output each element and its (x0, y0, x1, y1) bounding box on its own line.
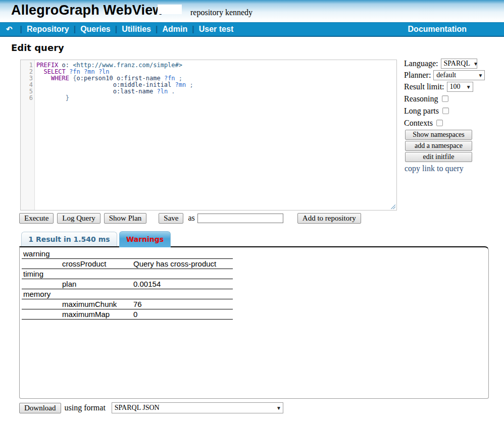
code-token-var: ?mn (175, 81, 186, 88)
tab-results[interactable]: 1 Result in 1.540 ms (21, 232, 117, 246)
nav-separator: | (74, 25, 76, 34)
nav-item-repository[interactable]: Repository (27, 25, 69, 34)
result-limit-select[interactable]: 100 ▼ (447, 82, 473, 92)
code-token-plain (113, 75, 117, 82)
code-token-var: ?fn (164, 75, 175, 82)
line-number-gutter: 123456 (21, 60, 35, 210)
code-token-plain (36, 68, 43, 75)
result-row: maximumChunk76 (22, 299, 233, 309)
tab-warnings[interactable]: Warnings (119, 231, 171, 247)
show-namespaces-button[interactable]: Show namespaces (405, 130, 472, 140)
nav-item-user-test[interactable]: User test (199, 25, 233, 34)
results-tabs: 1 Result in 1.540 ms Warnings (21, 231, 171, 246)
code-token-var: ?ln (98, 68, 110, 75)
chevron-down-icon: ▼ (478, 73, 483, 78)
execute-button[interactable]: Execute (19, 213, 54, 224)
code-token-plain (66, 68, 69, 75)
language-label: Language: (404, 59, 438, 68)
copy-link-to-query-link[interactable]: copy link to query (405, 164, 503, 173)
long-parts-label: Long parts (404, 107, 439, 116)
result-value: Query has cross-product (133, 259, 216, 268)
contexts-checkbox[interactable] (436, 120, 443, 126)
result-section-label: memory (23, 290, 51, 298)
planner-label: Planner: (404, 71, 431, 80)
chevron-down-icon: ▼ (466, 84, 471, 90)
query-options-panel: Language: SPARQL ▼ Planner: default ▼ Re… (404, 59, 503, 173)
add-to-repository-button[interactable]: Add to repository (297, 213, 361, 224)
page: AllegroGraph WebView repository kennedy … (0, 0, 504, 423)
code-token-uri: <http://www.franz.com/simple#> (73, 62, 182, 69)
chevron-down-icon: ▼ (276, 405, 281, 411)
header: AllegroGraph WebView repository kennedy (0, 0, 504, 22)
show-plan-button[interactable]: Show Plan (104, 213, 147, 224)
code-token-punct: { (73, 75, 76, 82)
reasoning-label: Reasoning (404, 94, 438, 103)
code-token-plain (36, 94, 66, 101)
nav-separator: | (192, 25, 194, 34)
code-token-pfx: o:last-name (113, 88, 153, 95)
result-value: 0.00154 (133, 280, 161, 288)
query-editor[interactable]: 123456 PREFIX o: <http://www.franz.com/s… (20, 60, 397, 210)
result-row: memory (22, 289, 233, 299)
code-token-punct: ; (189, 81, 193, 88)
as-label: as (188, 214, 194, 223)
code-token-kw: SELECT (43, 68, 65, 75)
line-number: 6 (21, 95, 33, 101)
edit-initfile-button[interactable]: edit initfile (405, 152, 472, 162)
code-token-punct: . (171, 88, 175, 95)
chevron-down-icon: ▼ (473, 61, 478, 67)
log-query-button[interactable]: Log Query (57, 213, 100, 224)
using-format-label: using format (65, 403, 106, 412)
back-arrow-icon[interactable]: ↶ (6, 25, 13, 34)
nav-separator: | (115, 25, 117, 34)
code-token-var: ?fn (69, 68, 80, 75)
add-namespace-button[interactable]: add a namespace (405, 141, 472, 151)
code-token-pfx: o: (62, 62, 69, 69)
save-name-input[interactable] (197, 214, 283, 223)
warnings-table: warningcrossProductQuery has cross-produ… (22, 249, 233, 320)
code-token-plain (36, 75, 51, 82)
nav-separator: | (156, 25, 158, 34)
result-value: 76 (133, 300, 142, 308)
contexts-label: Contexts (404, 119, 433, 128)
code-line[interactable]: } (36, 95, 396, 101)
nav-item-admin[interactable]: Admin (162, 25, 187, 34)
reasoning-checkbox[interactable] (442, 95, 448, 102)
result-key: maximumMap (62, 310, 133, 319)
result-row: maximumMap0 (22, 309, 233, 320)
nav-item-documentation[interactable]: Documentation (408, 25, 467, 34)
save-button[interactable]: Save (159, 213, 183, 224)
download-format-select[interactable]: SPARQL JSON ▼ (112, 402, 283, 413)
action-bar: Execute Log Query Show Plan Save as Add … (19, 213, 365, 224)
code-token-plain (171, 81, 175, 88)
code-token-pfx: o:first-name (117, 75, 161, 82)
code-token-plain (36, 81, 113, 88)
code-token-punct: ; (179, 75, 182, 82)
code-token-plain (175, 75, 179, 82)
code-token-plain (58, 62, 62, 69)
result-value: 0 (133, 310, 137, 319)
code-token-pfx: o:middle-initial (113, 81, 172, 88)
code-token-var: ?ln (157, 88, 168, 95)
long-parts-checkbox[interactable] (442, 108, 449, 114)
result-row: warning (22, 249, 233, 259)
language-select[interactable]: SPARQL ▼ (441, 59, 477, 69)
warnings-panel: warningcrossProductQuery has cross-produ… (19, 246, 489, 399)
download-bar: Download using format SPARQL JSON ▼ (19, 402, 283, 413)
code-token-pfx: o:person10 (77, 75, 113, 82)
code-token-punct: } (66, 94, 69, 101)
nav-separator: | (20, 25, 22, 34)
code-token-plain (95, 68, 98, 75)
planner-select[interactable]: default ▼ (433, 70, 485, 80)
nav-item-queries[interactable]: Queries (80, 25, 111, 34)
download-button[interactable]: Download (19, 403, 61, 413)
code-line[interactable]: o:last-name ?ln . (36, 88, 396, 95)
app-title: AllegroGraph WebView (11, 3, 164, 18)
result-row: plan0.00154 (22, 279, 233, 289)
code-token-var: ?mn (84, 68, 95, 75)
nav-item-utilities[interactable]: Utilities (122, 25, 151, 34)
code-token-plain (36, 88, 113, 95)
result-section-label: timing (23, 270, 43, 278)
code-area[interactable]: PREFIX o: <http://www.franz.com/simple#>… (35, 60, 396, 210)
repository-label: repository kennedy (190, 8, 253, 17)
